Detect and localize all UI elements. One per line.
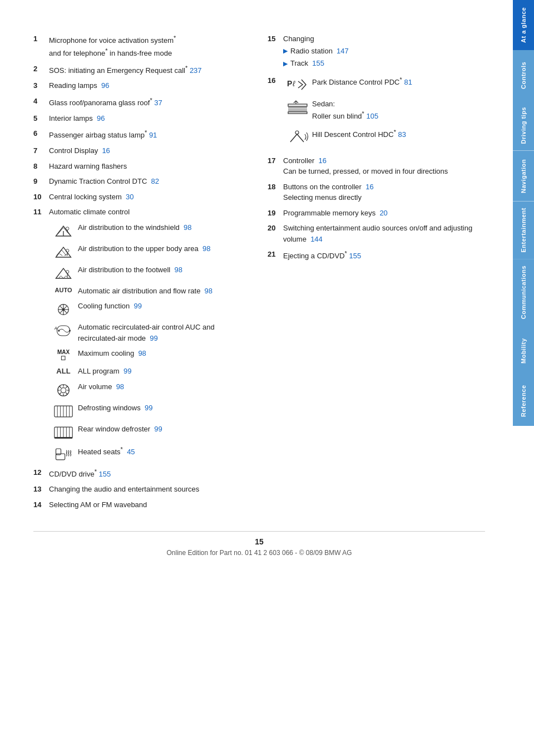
item-number: 21	[268, 249, 283, 262]
star-mark: *	[150, 97, 152, 104]
page-link[interactable]: 98	[174, 266, 182, 274]
page-link[interactable]: 16	[319, 156, 327, 165]
page-link[interactable]: 82	[151, 177, 159, 185]
list-item: 19 Programmable memory keys 20	[268, 208, 485, 219]
sidebar-tab-communications[interactable]: Communications	[513, 259, 534, 326]
list-item: 6 Passenger airbag status lamp* 91	[33, 128, 251, 141]
icon-description: Air distribution to the footwell 98	[78, 264, 251, 276]
icon-cell	[49, 264, 78, 281]
climate-icon-row: A Automatic recirculated-air control AUC…	[49, 322, 251, 343]
item-text: Ejecting a CD/DVD* 155	[283, 249, 485, 262]
feature-icon-row: P ℓ Park Distance Control PDC* 81	[283, 75, 485, 93]
page-link[interactable]: 83	[398, 130, 406, 139]
icon-description: Automatic air distribution and flow rate…	[78, 286, 251, 297]
icon-description: Air distribution to the windshield 98	[78, 222, 251, 233]
page-link[interactable]: 99	[134, 302, 141, 310]
list-item: 15 Changing ▶ Radio station 147 ▶ Track …	[268, 33, 485, 71]
list-item: 4 Glass roof/panorama glass roof* 37	[33, 96, 251, 109]
page-link[interactable]: 20	[379, 209, 387, 217]
page-link[interactable]: 45	[127, 448, 135, 456]
list-item: 1 Microphone for voice activation system…	[33, 33, 251, 59]
page-link[interactable]: 96	[97, 114, 105, 122]
page-link[interactable]: 99	[154, 425, 162, 433]
page-link[interactable]: 98	[138, 349, 146, 357]
list-item: 2 SOS: initiating an Emergency Request c…	[33, 63, 251, 76]
page-link[interactable]: 155	[99, 470, 111, 478]
page-link[interactable]: 98	[116, 382, 124, 391]
item-number: 11	[33, 207, 49, 218]
page-link[interactable]: 81	[404, 78, 412, 86]
list-item: 13 Changing the audio and entertainment …	[33, 484, 251, 495]
page-link[interactable]: 37	[154, 99, 162, 107]
climate-icon-row: Rear window defroster 99	[49, 424, 251, 440]
sidebar-tab-entertainment[interactable]: Entertainment	[513, 201, 534, 259]
icon-description: Defrosting windows 99	[78, 402, 251, 414]
climate-icon-row: Cooling function 99	[49, 301, 251, 317]
page-link[interactable]: 155	[349, 252, 361, 261]
item-text: SOS: initiating an Emergency Request cal…	[49, 63, 251, 76]
item-number: 6	[33, 128, 49, 141]
svg-text:A: A	[54, 326, 57, 331]
main-content: 1 Microphone for voice activation system…	[0, 0, 513, 756]
list-item: 14 Selecting AM or FM waveband	[33, 499, 251, 510]
icon-cell: MAX☐	[49, 348, 78, 361]
page-link[interactable]: 155	[312, 59, 324, 67]
page-link[interactable]: 147	[337, 47, 349, 55]
star-mark: *	[174, 35, 176, 41]
item-text: Switching entertainment audio sources on…	[283, 223, 485, 244]
rear-defroster-icon	[53, 425, 73, 440]
svg-line-22	[66, 386, 67, 388]
page-link[interactable]: 96	[101, 81, 109, 90]
item-number: 18	[268, 181, 283, 203]
item-number: 19	[268, 208, 283, 219]
page-link[interactable]: 16	[102, 146, 110, 155]
item-text: P ℓ Park Distance Control PDC* 81	[283, 75, 485, 151]
climate-icon-row: MAX☐ Maximum cooling 98	[49, 348, 251, 361]
windshield-distribution-icon	[53, 223, 73, 239]
icon-cell	[49, 402, 78, 419]
climate-icon-row: Air distribution to the windshield 98	[49, 222, 251, 239]
hdc-icon	[286, 129, 309, 145]
item-number: 5	[33, 113, 49, 124]
sidebar-tab-driving-tips[interactable]: Driving tips	[513, 100, 534, 151]
page-link[interactable]: 98	[184, 223, 191, 232]
item-text: Reading lamps 96	[49, 80, 251, 91]
recirculated-air-icon: A	[53, 323, 73, 338]
icon-cell	[49, 243, 78, 260]
icon-cell	[283, 99, 312, 116]
icon-cell: ALL	[49, 366, 78, 375]
item-number: 4	[33, 96, 49, 109]
item-number: 7	[33, 145, 49, 156]
item-text: Central locking system 30	[49, 192, 251, 203]
arrow-icon: ▶	[283, 59, 288, 68]
sidebar-tab-reference[interactable]: Reference	[513, 376, 534, 426]
page-link[interactable]: 98	[205, 287, 212, 295]
page-link[interactable]: 16	[365, 183, 373, 191]
item-number: 20	[268, 223, 283, 244]
page-link[interactable]: 144	[310, 235, 323, 243]
svg-rect-41	[288, 104, 307, 106]
page-link[interactable]: 30	[126, 193, 134, 201]
defrosting-windows-icon	[53, 404, 73, 419]
sidebar-tab-controls[interactable]: Controls	[513, 50, 534, 100]
list-item: 18 Buttons on the controller 16 Selectin…	[268, 181, 485, 203]
climate-icon-row: Heated seats* 45	[49, 445, 251, 462]
footer-text: Online Edition for Part no. 01 41 2 603 …	[166, 549, 352, 557]
page-link[interactable]: 99	[123, 367, 131, 375]
svg-line-20	[60, 386, 61, 388]
icon-description: Sedan:Roller sun blind* 105	[312, 99, 485, 122]
page-link[interactable]: 99	[150, 334, 157, 342]
item-number: 1	[33, 33, 49, 59]
page-link[interactable]: 105	[367, 112, 379, 120]
page-link[interactable]: 237	[190, 66, 202, 75]
list-item: 17 Controller 16 Can be turned, pressed,…	[268, 155, 485, 177]
sidebar-tab-navigation[interactable]: Navigation	[513, 151, 534, 201]
svg-rect-36	[55, 437, 72, 439]
page-link[interactable]: 91	[149, 131, 157, 140]
sidebar-tab-mobility[interactable]: Mobility	[513, 326, 534, 376]
page-link[interactable]: 98	[202, 244, 210, 253]
sidebar-tab-at-a-glance[interactable]: At a glance	[513, 0, 534, 50]
svg-text:ℓ: ℓ	[292, 79, 295, 88]
page-link[interactable]: 99	[145, 404, 152, 412]
icon-cell: AUTO	[49, 286, 78, 293]
